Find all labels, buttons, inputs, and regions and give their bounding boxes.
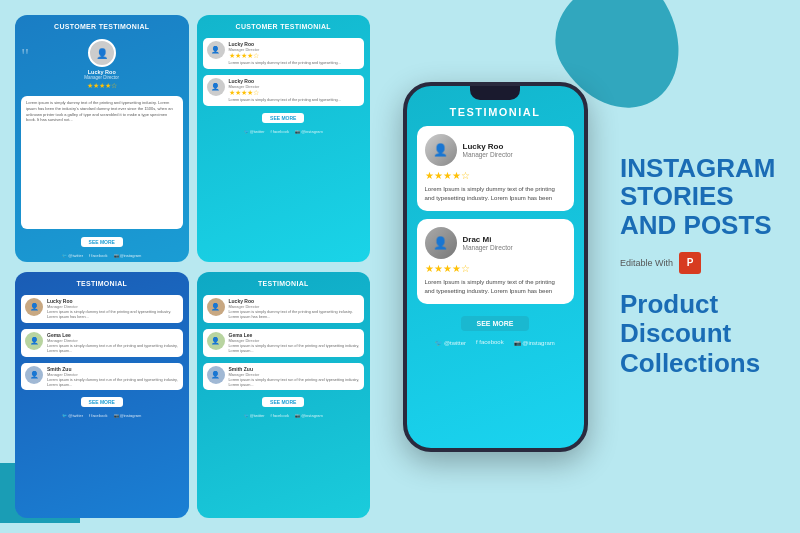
- tli-content-4a: Lucky Roo Manager Director Lorem ipsum i…: [229, 298, 361, 320]
- tli-role-4b: Manager Director: [229, 338, 361, 343]
- template-card-4: TESTIMONIAL 👤 Lucky Roo Manager Director…: [197, 272, 371, 519]
- facebook-3: f facebook: [89, 413, 107, 418]
- stars-1: ★★★★☆: [15, 82, 189, 90]
- tli-3a: 👤 Lucky Roo Manager Director Lorem ipsum…: [21, 295, 183, 323]
- phone-name-1: Lucky Roo: [463, 142, 513, 151]
- tli-text-1b: Lorem ipsum is simply dummy text of the …: [229, 98, 341, 103]
- powerpoint-label: P: [687, 257, 694, 268]
- main-container: " CUSTOMER TESTIMONIAL 👤 Lucky Roo Manag…: [0, 0, 800, 533]
- quote-mark: ": [21, 45, 29, 68]
- right-section: INSTAGRAM STORIES AND POSTS Editable Wit…: [610, 0, 800, 533]
- tli-content-4c: Smith Zuu Manager Director Lorem ipsum i…: [229, 366, 361, 388]
- card-footer-1: SEE MORE: [15, 233, 189, 251]
- phone-info-1: Lucky Roo Manager Director: [463, 142, 513, 158]
- bottom-row: TESTIMONIAL 👤 Lucky Roo Manager Director…: [15, 272, 370, 519]
- phone-info-2: Drac Mi Manager Director: [463, 235, 513, 251]
- instagram-2: 📷 @instagram: [295, 129, 323, 134]
- main-title-line3: AND POSTS: [620, 210, 772, 240]
- tli-text-3b: Lorem ipsum is simply dummy text run of …: [47, 344, 179, 354]
- card-header-text-1: CUSTOMER TESTIMONIAL: [23, 23, 181, 31]
- phone-title: TESTIMONIAL: [417, 106, 574, 118]
- see-more-btn-1[interactable]: SEE MORE: [81, 237, 123, 247]
- product-line-3: Collections: [620, 349, 785, 379]
- phone-social-row: 🐦 @twitter f facebook 📷 @instagram: [417, 339, 574, 346]
- card-footer-2: SEE MORE: [197, 109, 371, 127]
- card-header-1: CUSTOMER TESTIMONIAL: [15, 15, 189, 35]
- phone-section: TESTIMONIAL 👤 Lucky Roo Manager Director…: [380, 0, 610, 533]
- tli-text-3c: Lorem ipsum is simply dummy text run of …: [47, 378, 179, 388]
- phone-stars-1: ★★★★☆: [425, 170, 566, 181]
- tli-content-3a: Lucky Roo Manager Director Lorem ipsum i…: [47, 298, 179, 320]
- phone-card-2: 👤 Drac Mi Manager Director ★★★★☆ Lorem I…: [417, 219, 574, 304]
- phone-twitter: 🐦 @twitter: [435, 339, 466, 346]
- card-social-3: 🐦 @twitter f facebook 📷 @instagram: [15, 411, 189, 422]
- tli-avatar-1b: 👤: [207, 78, 225, 96]
- tli-4a: 👤 Lucky Roo Manager Director Lorem ipsum…: [203, 295, 365, 323]
- twitter-1: 🐦 @twitter: [62, 253, 83, 258]
- phone-avatar-1: 👤: [425, 134, 457, 166]
- facebook-1: f facebook: [89, 253, 107, 258]
- see-more-btn-3[interactable]: SEE MORE: [81, 397, 123, 407]
- avatar-1: 👤: [88, 39, 116, 67]
- editable-with-text: Editable With: [620, 258, 673, 268]
- tli-1a: 👤 Lucky Roo Manager Director ★★★★☆ Lorem…: [203, 38, 365, 69]
- tli-avatar-4b: 👤: [207, 332, 225, 350]
- tli-role-4a: Manager Director: [229, 304, 361, 309]
- phone-text-2: Lorem Ipsum is simply dummy text of the …: [425, 278, 566, 296]
- phone-person-row-1: 👤 Lucky Roo Manager Director: [425, 134, 566, 166]
- see-more-btn-4[interactable]: SEE MORE: [262, 397, 304, 407]
- person-title-1: Manager Director: [15, 75, 189, 80]
- top-row: " CUSTOMER TESTIMONIAL 👤 Lucky Roo Manag…: [15, 15, 370, 262]
- tli-avatar-1a: 👤: [207, 41, 225, 59]
- card-social-4: 🐦 @twitter f facebook 📷 @instagram: [197, 411, 371, 422]
- tli-role-3a: Manager Director: [47, 304, 179, 309]
- tli-content-1a: Lucky Roo Manager Director ★★★★☆ Lorem i…: [229, 41, 341, 66]
- card-header-text-4: TESTIMONIAL: [205, 280, 363, 288]
- tli-text-3a: Lorem ipsum is simply dummy text of the …: [47, 310, 179, 320]
- facebook-4: f facebook: [271, 413, 289, 418]
- editable-row: Editable With P: [620, 252, 785, 274]
- card-footer-4: SEE MORE: [197, 393, 371, 411]
- product-line-2: Discount: [620, 319, 785, 349]
- card-header-text-2: CUSTOMER TESTIMONIAL: [205, 23, 363, 31]
- card-social-2: 🐦 @twitter f facebook 📷 @instagram: [197, 127, 371, 138]
- tli-4b: 👤 Gema Lee Manager Director Lorem ipsum …: [203, 329, 365, 357]
- template-card-1: " CUSTOMER TESTIMONIAL 👤 Lucky Roo Manag…: [15, 15, 189, 262]
- tli-avatar-4a: 👤: [207, 298, 225, 316]
- tli-text-4c: Lorem ipsum is simply dummy text run of …: [229, 378, 361, 388]
- tli-content-3c: Smith Zuu Manager Director Lorem ipsum i…: [47, 366, 179, 388]
- tli-role-4c: Manager Director: [229, 372, 361, 377]
- phone-stars-2: ★★★★☆: [425, 263, 566, 274]
- see-more-btn-2[interactable]: SEE MORE: [262, 113, 304, 123]
- phone-notch: [470, 86, 520, 100]
- phone-facebook: f facebook: [476, 339, 504, 346]
- template-card-2: CUSTOMER TESTIMONIAL 👤 Lucky Roo Manager…: [197, 15, 371, 262]
- phone-person-row-2: 👤 Drac Mi Manager Director: [425, 227, 566, 259]
- phone-avatar-2: 👤: [425, 227, 457, 259]
- card-header-2: CUSTOMER TESTIMONIAL: [197, 15, 371, 35]
- phone-card-1: 👤 Lucky Roo Manager Director ★★★★☆ Lorem…: [417, 126, 574, 211]
- card-header-3: TESTIMONIAL: [15, 272, 189, 292]
- body-text-1: Lorem ipsum is simply dummy text of the …: [26, 100, 178, 122]
- twitter-3: 🐦 @twitter: [62, 413, 83, 418]
- phone-name-2: Drac Mi: [463, 235, 513, 244]
- product-line-1: Product: [620, 290, 785, 320]
- template-card-3: TESTIMONIAL 👤 Lucky Roo Manager Director…: [15, 272, 189, 519]
- tli-4c: 👤 Smith Zuu Manager Director Lorem ipsum…: [203, 363, 365, 391]
- phone-see-more-btn[interactable]: SEE MORE: [461, 316, 530, 331]
- card-header-text-3: TESTIMONIAL: [23, 280, 181, 288]
- card-footer-3: SEE MORE: [15, 393, 189, 411]
- facebook-2: f facebook: [271, 129, 289, 134]
- tli-avatar-3c: 👤: [25, 366, 43, 384]
- left-section: " CUSTOMER TESTIMONIAL 👤 Lucky Roo Manag…: [0, 0, 380, 533]
- tli-avatar-4c: 👤: [207, 366, 225, 384]
- tli-text-4a: Lorem ipsum is simply dummy text of the …: [229, 310, 361, 320]
- powerpoint-icon: P: [679, 252, 701, 274]
- tli-3c: 👤 Smith Zuu Manager Director Lorem ipsum…: [21, 363, 183, 391]
- phone-role-2: Manager Director: [463, 244, 513, 251]
- phone-screen: TESTIMONIAL 👤 Lucky Roo Manager Director…: [407, 86, 584, 448]
- tli-content-1b: Lucky Roo Manager Director ★★★★☆ Lorem i…: [229, 78, 341, 103]
- tli-content-3b: Gema Lee Manager Director Lorem ipsum is…: [47, 332, 179, 354]
- instagram-1: 📷 @instagram: [114, 253, 142, 258]
- card-social-1: 🐦 @twitter f facebook 📷 @instagram: [15, 251, 189, 262]
